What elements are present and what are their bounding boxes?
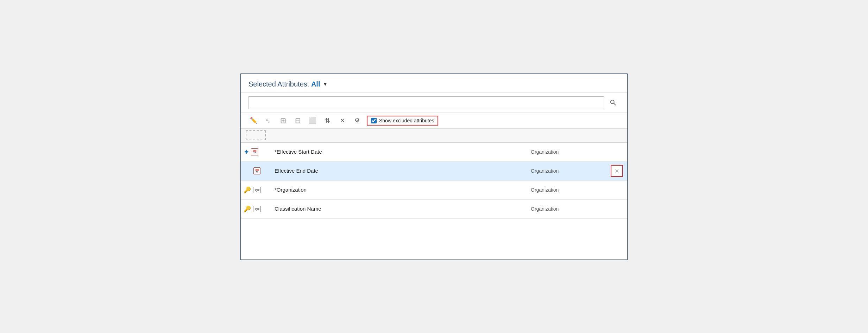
attribute-name: *Organization <box>275 187 307 193</box>
entity-name: Organization <box>531 187 559 193</box>
entity-name: Organization <box>531 206 559 212</box>
attribute-name: Classification Name <box>275 206 321 212</box>
attribute-name-col: Classification Name <box>272 203 529 215</box>
action-col <box>606 188 627 192</box>
action-col <box>606 207 627 211</box>
xyz-icon: xyz <box>253 206 261 212</box>
row-icons-col: 📅 <box>241 165 272 177</box>
table-row: 🔑 xyz *Organization Organization <box>241 181 627 200</box>
row-icons-col: 🔑 xyz <box>241 184 272 196</box>
search-input[interactable] <box>249 96 604 109</box>
search-button[interactable] <box>607 96 619 109</box>
diamond-icon: ✦ <box>244 148 250 156</box>
show-excluded-checkbox[interactable] <box>371 118 377 123</box>
entity-col: Organization <box>529 184 606 196</box>
row-icons-col: ✦ 📅 <box>241 146 272 158</box>
toolbar-row: ✏️ 🗝 ⊞ ⊟ ⬜ ⇅ ✕ ⚙ Show excluded attribute… <box>241 113 627 129</box>
action-col <box>606 150 627 154</box>
attribute-name-col: Effective End Date <box>272 165 529 177</box>
table-row: 🔑 xyz Classification Name Organization <box>241 200 627 219</box>
key-icon: 🔑 <box>244 186 251 194</box>
calendar-icon: 📅 <box>251 148 258 155</box>
panel-title: Selected Attributes: All <box>249 80 320 88</box>
panel-title-value: All <box>311 80 320 88</box>
attribute-name-col: *Effective Start Date <box>272 146 529 158</box>
show-excluded-wrapper[interactable]: Show excluded attributes <box>367 116 438 126</box>
calendar-icon: 📅 <box>253 167 260 174</box>
dotted-selection-box <box>246 130 266 140</box>
entity-col: Organization <box>529 146 606 158</box>
search-row <box>241 93 627 113</box>
entity-col: Organization <box>529 165 606 177</box>
panel-title-static: Selected Attributes: <box>249 80 309 88</box>
attribute-name: *Effective Start Date <box>275 149 322 155</box>
entity-name: Organization <box>531 168 559 174</box>
remove-rows-icon[interactable]: ⊟ <box>293 116 303 126</box>
key-icon: 🔑 <box>244 205 251 213</box>
show-excluded-label[interactable]: Show excluded attributes <box>379 118 434 123</box>
attribute-name-col: *Organization <box>272 184 529 196</box>
table-area: ✦ 📅 *Effective Start Date Organization 📅… <box>241 143 627 219</box>
table-header-placeholder <box>241 129 627 143</box>
xyz-icon: xyz <box>253 187 261 193</box>
edit-icon[interactable]: ✏️ <box>249 116 258 126</box>
panel-header: Selected Attributes: All ▼ <box>241 74 627 93</box>
remove-row-button[interactable]: ✕ <box>611 165 623 177</box>
settings-icon[interactable]: ⚙ <box>352 116 362 126</box>
table-row: ✦ 📅 *Effective Start Date Organization <box>241 143 627 162</box>
table-row: 📅 Effective End Date Organization ✕ <box>241 162 627 181</box>
row-icons-col: 🔑 xyz <box>241 203 272 215</box>
key-toolbar-icon[interactable]: 🗝 <box>261 114 275 128</box>
copy-icon[interactable]: ⬜ <box>308 116 317 126</box>
search-icon <box>609 99 617 107</box>
selected-attributes-panel: Selected Attributes: All ▼ ✏️ 🗝 ⊞ ⊟ ⬜ ⇅ … <box>240 73 628 260</box>
title-dropdown-arrow[interactable]: ▼ <box>323 82 327 87</box>
attribute-name: Effective End Date <box>275 168 318 174</box>
delete-icon[interactable]: ✕ <box>337 116 347 126</box>
entity-name: Organization <box>531 149 559 155</box>
sort-icon[interactable]: ⇅ <box>322 116 332 126</box>
add-rows-icon[interactable]: ⊞ <box>278 116 288 126</box>
entity-col: Organization <box>529 203 606 214</box>
action-col: ✕ <box>606 163 627 179</box>
